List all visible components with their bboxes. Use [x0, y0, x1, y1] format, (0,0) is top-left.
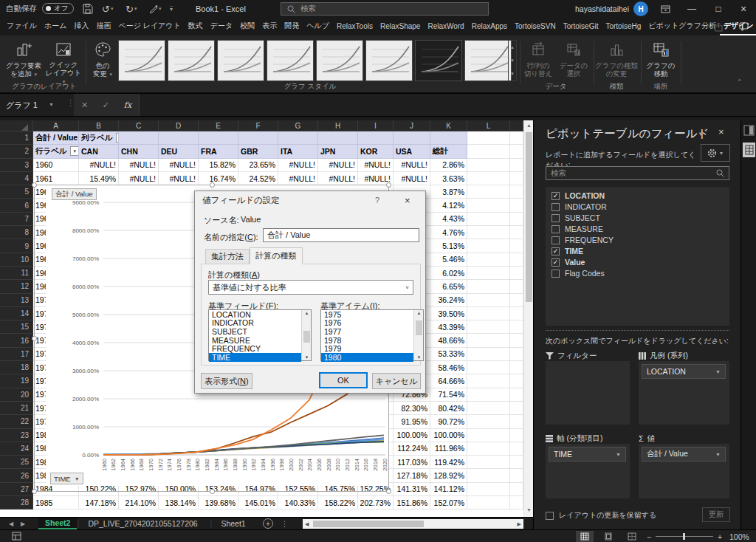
user-name[interactable]: hayashidataihei	[575, 0, 629, 18]
cell[interactable]: 145.01%	[238, 496, 278, 510]
cell[interactable]	[278, 131, 318, 145]
column-header-C[interactable]: C	[119, 120, 159, 131]
ribbon-tab-ヘルプ[interactable]: ヘルプ	[303, 18, 333, 35]
field-item-Flag Codes[interactable]: Flag Codes	[551, 269, 605, 278]
cell[interactable]: 100.00%	[394, 429, 430, 442]
cell[interactable]: #NULL!	[119, 159, 159, 172]
tools-button[interactable]: ▼	[701, 144, 730, 162]
cell[interactable]	[467, 239, 510, 253]
values-area[interactable]: 合計 / Value▼	[639, 444, 729, 498]
field-item-INDICATOR[interactable]: INDICATOR	[551, 202, 607, 211]
cell[interactable]	[467, 280, 510, 293]
chart-style-thumbnail[interactable]	[217, 40, 264, 81]
base-field-option[interactable]: FREQUENCY	[209, 344, 301, 353]
row-header-16[interactable]: 16	[0, 334, 33, 347]
cell[interactable]: #NULL!	[358, 159, 394, 172]
cell[interactable]: 117.03%	[394, 456, 430, 469]
cell[interactable]	[199, 131, 238, 145]
column-header-L[interactable]: L	[467, 120, 510, 131]
cell[interactable]: #NULL!	[278, 159, 318, 172]
field-item-TIME[interactable]: ✓TIME	[551, 247, 583, 255]
row-header-22[interactable]: 22	[0, 415, 33, 428]
scroll-left-icon[interactable]: ◀	[305, 521, 309, 527]
chart-style-thumbnail[interactable]	[464, 40, 512, 81]
row-header-15[interactable]: 15	[0, 320, 33, 334]
column-header-A[interactable]: A	[33, 120, 79, 131]
column-header-E[interactable]: E	[199, 120, 238, 131]
cell[interactable]: 82.30%	[394, 402, 430, 415]
sheet-nav-right-icon[interactable]: ▶	[21, 521, 25, 527]
cell[interactable]: #NULL!	[79, 159, 119, 172]
ink-replay-button[interactable]: ▾	[149, 0, 162, 18]
field-item-FREQUENCY[interactable]: FREQUENCY	[551, 236, 614, 244]
values-field-pill[interactable]: 合計 / Value▼	[642, 447, 726, 462]
base-item-option[interactable]: 1976	[321, 319, 413, 328]
redo-button[interactable]: ↻▾	[126, 0, 137, 18]
cell[interactable]	[467, 145, 510, 158]
cell[interactable]: 総計	[430, 145, 467, 158]
cell[interactable]	[467, 253, 510, 267]
quick-layout-button[interactable]: クイック レイアウト ▾	[44, 40, 83, 86]
cell[interactable]: 15.82%	[199, 159, 238, 172]
maximize-button[interactable]: □	[707, 0, 729, 18]
scroll-up-icon[interactable]: ▲	[526, 123, 532, 128]
scroll-down-icon[interactable]: ▼	[526, 507, 532, 512]
listbox-scrollbar[interactable]: ▲▼	[301, 310, 311, 360]
sheet-tab-Sheet1[interactable]: Sheet1	[214, 518, 252, 529]
base-field-option[interactable]: TIME	[209, 353, 301, 362]
chart-style-thumbnail[interactable]	[267, 40, 314, 81]
cell[interactable]: 138.14%	[159, 496, 199, 510]
new-sheet-icon[interactable]: +	[263, 518, 273, 529]
ribbon-tab-数式[interactable]: 数式	[185, 18, 207, 35]
cell[interactable]	[430, 131, 467, 145]
cell[interactable]	[467, 131, 510, 145]
cell[interactable]: 91.95%	[394, 415, 430, 428]
cell[interactable]	[467, 429, 510, 442]
cell[interactable]: 64.66%	[430, 374, 467, 388]
row-header-9[interactable]: 9	[0, 239, 33, 253]
cell[interactable]: #NULL!	[394, 159, 430, 172]
cell[interactable]: #NULL!	[318, 159, 358, 172]
ribbon-tab-TortoiseSVN[interactable]: TortoiseSVN	[511, 18, 560, 35]
cell[interactable]	[467, 267, 510, 280]
select-data-button[interactable]: データの 選択	[557, 40, 591, 86]
row-header-4[interactable]: 4	[0, 172, 33, 185]
cell[interactable]: 39.50%	[430, 307, 467, 320]
ok-button[interactable]: OK	[319, 372, 368, 388]
chart-style-thumbnail[interactable]	[365, 40, 413, 81]
value-field-settings-dialog[interactable]: 値フィールドの設定 ? × ソース名: Value 名前の指定(C): 合計 /…	[194, 191, 426, 394]
ribbon-tab-TortoiseGit[interactable]: TortoiseGit	[560, 18, 602, 35]
save-icon[interactable]	[83, 0, 93, 18]
ribbon-display-options-icon[interactable]	[661, 0, 670, 18]
defer-layout-checkbox[interactable]: レイアウトの更新を保留する	[546, 510, 656, 521]
field-item-SUBJECT[interactable]: SUBJECT	[551, 213, 600, 222]
update-button[interactable]: 更新	[702, 507, 730, 522]
cell[interactable]: 158.22%	[318, 496, 358, 510]
cell[interactable]	[394, 131, 430, 145]
cell[interactable]: 23.65%	[238, 159, 278, 172]
ribbon-tab-RelaxApps[interactable]: RelaxApps	[468, 18, 511, 35]
chart-style-thumbnail[interactable]	[316, 40, 363, 81]
cell[interactable]: USA	[394, 145, 430, 158]
cell[interactable]: FRA	[199, 145, 238, 158]
cell[interactable]: #NULL!	[159, 172, 199, 185]
tab-show-values-as[interactable]: 計算の種類	[250, 247, 303, 264]
row-header-7[interactable]: 7	[0, 213, 33, 226]
row-header-10[interactable]: 10	[0, 253, 33, 267]
cell[interactable]: 5.13%	[430, 239, 467, 253]
number-format-button[interactable]: 表示形式(N)	[201, 373, 252, 389]
cell[interactable]: 152.07%	[430, 496, 467, 510]
cancel-button[interactable]: キャンセル	[372, 373, 421, 389]
tab-summarize-by[interactable]: 集計方法	[205, 249, 250, 264]
normal-view-icon[interactable]	[576, 531, 594, 542]
cell[interactable]	[119, 131, 159, 145]
pane-option-icon-active[interactable]	[743, 143, 755, 157]
chart-value-field-button[interactable]: 合計 / Value	[52, 188, 97, 200]
row-header-8[interactable]: 8	[0, 226, 33, 239]
cell[interactable]	[467, 172, 510, 185]
pane-menu-icon[interactable]: ▼	[698, 131, 704, 137]
enter-entry-icon[interactable]: ✓	[103, 100, 109, 110]
field-item-Value[interactable]: ✓Value	[551, 258, 585, 267]
cell[interactable]	[467, 185, 510, 199]
cell[interactable]: 128.92%	[430, 469, 467, 482]
